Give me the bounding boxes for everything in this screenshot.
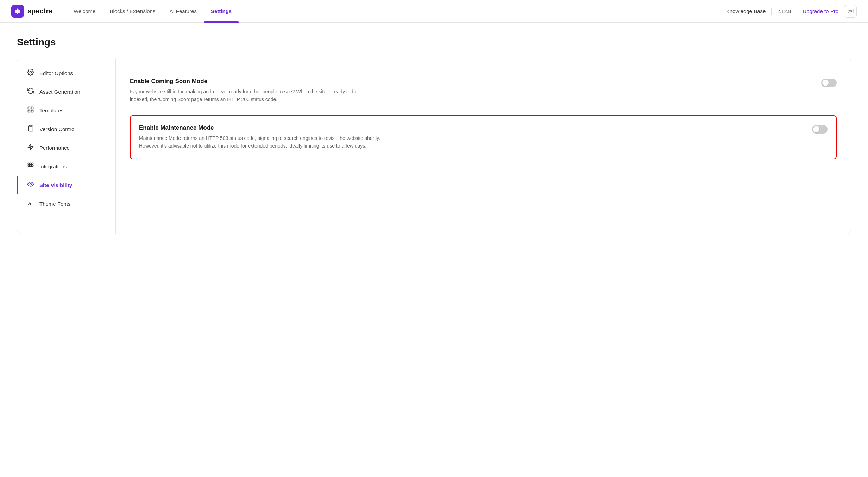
svg-rect-11: [32, 163, 33, 165]
upgrade-link[interactable]: Upgrade to Pro: [803, 8, 838, 14]
maintenance-section: Enable Maintenance Mode Maintenance Mode…: [130, 115, 837, 159]
gear-icon: [27, 69, 34, 78]
grid-icon: [27, 106, 34, 115]
settings-main-content: Enable Coming Soon Mode Is your website …: [116, 58, 851, 234]
notifications-button[interactable]: [844, 5, 857, 18]
maintenance-row: Enable Maintenance Mode Maintenance Mode…: [139, 124, 828, 150]
logo-icon: [11, 5, 24, 18]
coming-soon-row: Enable Coming Soon Mode Is your website …: [130, 78, 837, 104]
sidebar-item-version-control[interactable]: Version Control: [17, 120, 115, 138]
svg-point-0: [17, 10, 19, 12]
logo-link[interactable]: spectra: [11, 5, 52, 18]
svg-rect-6: [31, 110, 33, 112]
sidebar-item-editor-options[interactable]: Editor Options: [17, 64, 115, 82]
coming-soon-slider: [821, 79, 837, 87]
sidebar-label-editor-options: Editor Options: [39, 70, 73, 76]
sidebar-label-theme-fonts: Theme Fonts: [39, 201, 70, 207]
maintenance-info: Enable Maintenance Mode Maintenance Mode…: [139, 124, 804, 150]
svg-rect-5: [28, 110, 30, 112]
refresh-icon: [27, 87, 34, 96]
knowledge-base-link[interactable]: Knowledge Base: [726, 8, 766, 14]
coming-soon-info: Enable Coming Soon Mode Is your website …: [130, 78, 813, 104]
sidebar-label-version-control: Version Control: [39, 126, 76, 132]
svg-text:A: A: [28, 200, 32, 206]
nav-divider-2: [797, 8, 797, 15]
sidebar-item-templates[interactable]: Templates: [17, 101, 115, 120]
svg-rect-10: [30, 163, 31, 165]
eye-icon: [27, 181, 34, 190]
nav-right: Knowledge Base 2.12.8 Upgrade to Pro: [726, 5, 857, 18]
font-icon: A: [27, 199, 34, 208]
sidebar-item-site-visibility[interactable]: Site Visibility: [17, 176, 115, 194]
nav-blocks-extensions[interactable]: Blocks / Extensions: [102, 0, 162, 23]
sidebar-label-integrations: Integrations: [39, 163, 67, 169]
clipboard-icon: [27, 125, 34, 134]
logo-text: spectra: [27, 7, 52, 15]
svg-point-2: [30, 72, 32, 73]
svg-rect-14: [32, 165, 33, 166]
version-label: 2.12.8: [777, 8, 791, 14]
bolt-icon: [27, 143, 34, 152]
coming-soon-label: Enable Coming Soon Mode: [130, 78, 813, 85]
sidebar-item-performance[interactable]: Performance: [17, 138, 115, 157]
page-title: Settings: [17, 37, 851, 48]
svg-rect-4: [31, 107, 33, 109]
settings-panel: Editor Options Asset Generation: [17, 58, 851, 234]
svg-marker-8: [28, 144, 33, 150]
maintenance-desc: Maintenance Mode returns an HTTP 503 sta…: [139, 134, 385, 150]
svg-rect-7: [30, 125, 32, 126]
sidebar-label-templates: Templates: [39, 107, 63, 113]
maintenance-label: Enable Maintenance Mode: [139, 124, 804, 131]
sidebar-label-asset-generation: Asset Generation: [39, 89, 80, 95]
coming-soon-section: Enable Coming Soon Mode Is your website …: [130, 69, 837, 112]
nav-divider-1: [771, 8, 772, 15]
svg-rect-13: [30, 165, 31, 166]
nav-ai-features[interactable]: AI Features: [162, 0, 204, 23]
sidebar-item-integrations[interactable]: Integrations: [17, 157, 115, 176]
top-navigation: spectra Welcome Blocks / Extensions AI F…: [0, 0, 868, 23]
nav-links: Welcome Blocks / Extensions AI Features …: [67, 0, 726, 23]
apps-icon: [27, 162, 34, 171]
sidebar-item-asset-generation[interactable]: Asset Generation: [17, 82, 115, 101]
nav-settings[interactable]: Settings: [204, 0, 239, 23]
sidebar-label-performance: Performance: [39, 145, 70, 151]
coming-soon-desc: Is your website still in the making and …: [130, 88, 376, 104]
sidebar-label-site-visibility: Site Visibility: [39, 182, 72, 188]
svg-rect-12: [28, 165, 30, 166]
page-content: Settings Editor Options: [0, 23, 868, 248]
svg-rect-9: [28, 163, 30, 165]
svg-rect-3: [28, 107, 30, 109]
svg-point-15: [30, 184, 32, 185]
maintenance-slider: [812, 125, 828, 134]
settings-sidebar: Editor Options Asset Generation: [17, 58, 116, 234]
maintenance-toggle[interactable]: [812, 125, 828, 134]
nav-welcome[interactable]: Welcome: [67, 0, 102, 23]
coming-soon-toggle[interactable]: [821, 79, 837, 87]
sidebar-item-theme-fonts[interactable]: A Theme Fonts: [17, 194, 115, 213]
